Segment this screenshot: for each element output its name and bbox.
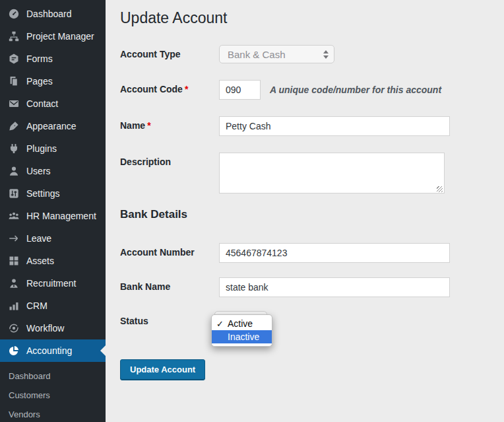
bank-name-label: Bank Name xyxy=(120,277,219,292)
name-input[interactable] xyxy=(219,116,450,136)
sidebar-item-forms[interactable]: Forms xyxy=(0,48,106,70)
sidebar-item-users[interactable]: Users xyxy=(0,160,106,182)
sidebar-item-label: Assets xyxy=(26,256,54,266)
bank-name-input[interactable] xyxy=(219,277,450,297)
sidebar-item-label: Appearance xyxy=(26,121,77,131)
bank-name-row: Bank Name xyxy=(120,277,504,297)
envelope-icon xyxy=(8,98,20,110)
required-asterisk: * xyxy=(185,84,188,94)
recruit-person-icon xyxy=(8,277,20,289)
required-asterisk: * xyxy=(147,120,150,131)
hexagon-form-icon xyxy=(8,53,20,65)
sidebar-item-label: Settings xyxy=(26,188,60,199)
status-option-label: Inactive xyxy=(228,332,259,342)
dashboard-icon xyxy=(8,8,20,20)
pie-chart-icon xyxy=(8,345,20,357)
sidebar-item-label: Leave xyxy=(26,233,51,244)
description-row: Description xyxy=(120,153,504,196)
sidebar-item-pages[interactable]: Pages xyxy=(0,70,106,92)
sidebar-item-assets[interactable]: Assets xyxy=(0,250,106,272)
sidebar-item-label: Workflow xyxy=(26,323,64,334)
sidebar-item-project-manager[interactable]: Project Manager xyxy=(0,25,106,48)
sidebar-item-workflow[interactable]: Workflow xyxy=(0,317,106,339)
account-type-value: Bank & Cash xyxy=(228,49,286,60)
arrow-right-icon xyxy=(8,232,20,244)
update-account-button[interactable]: Update Account xyxy=(120,359,205,380)
sidebar-item-label: Forms xyxy=(26,53,53,64)
account-number-input[interactable] xyxy=(219,243,450,263)
sidebar-item-dashboard[interactable]: Dashboard xyxy=(0,3,106,25)
sidebar-item-label: Contact xyxy=(26,98,58,109)
sidebar-item-crm[interactable]: CRM xyxy=(0,295,106,317)
status-option-active[interactable]: ✓ Active xyxy=(212,317,272,330)
sidebar-item-label: Accounting xyxy=(26,345,72,356)
account-number-label: Account Number xyxy=(120,243,219,258)
sidebar-item-label: Dashboard xyxy=(26,9,72,19)
user-icon xyxy=(8,165,20,177)
sidebar-item-accounting[interactable]: Accounting xyxy=(0,339,106,362)
sidebar-item-appearance[interactable]: Appearance xyxy=(0,115,106,137)
grid-icon xyxy=(8,255,20,267)
status-dropdown-menu: ✓ Active Inactive xyxy=(211,314,272,347)
name-row: Name* xyxy=(120,116,504,136)
account-code-label: Account Code* xyxy=(120,80,219,94)
sidebar-item-label: Pages xyxy=(26,76,53,87)
select-stepper-icon xyxy=(323,50,329,59)
sidebar-subitem-customers[interactable]: Customers xyxy=(0,386,106,405)
current-item-arrow xyxy=(100,345,106,356)
sidebar-subitem-dashboard[interactable]: Dashboard xyxy=(0,367,106,386)
plug-icon xyxy=(8,143,20,155)
people-group-icon xyxy=(8,210,20,222)
account-type-select[interactable]: Bank & Cash xyxy=(219,45,334,63)
account-code-input[interactable] xyxy=(219,80,261,100)
sitemap-icon xyxy=(8,30,20,42)
sliders-icon xyxy=(8,188,20,199)
sidebar-item-label: HR Management xyxy=(26,211,96,221)
brush-icon xyxy=(8,120,20,132)
bank-details-heading: Bank Details xyxy=(120,208,504,221)
page-title: Update Account xyxy=(120,9,504,27)
sidebar-item-plugins[interactable]: Plugins xyxy=(0,137,106,160)
sidebar-subitem-vendors[interactable]: Vendors xyxy=(0,405,106,422)
account-number-row: Account Number xyxy=(120,243,504,263)
sidebar-item-contact[interactable]: Contact xyxy=(0,92,106,115)
description-textarea[interactable] xyxy=(219,153,445,193)
account-code-row: Account Code* A unique code/number for t… xyxy=(120,80,504,100)
sidebar-item-leave[interactable]: Leave xyxy=(0,227,106,250)
pages-icon xyxy=(8,75,20,87)
bar-chart-icon xyxy=(8,300,20,312)
accounting-submenu: Dashboard Customers Vendors xyxy=(0,362,106,422)
main-content: Update Account Account Type Bank & Cash … xyxy=(106,0,504,422)
sidebar-item-recruitment[interactable]: Recruitment xyxy=(0,272,106,295)
name-label: Name* xyxy=(120,116,219,131)
status-option-label: Active xyxy=(228,318,253,329)
sidebar-item-label: Users xyxy=(26,166,51,176)
sidebar-item-label: Project Manager xyxy=(26,31,94,42)
admin-sidebar: Dashboard Project Manager Forms Pages Co… xyxy=(0,0,106,422)
check-icon: ✓ xyxy=(216,319,228,329)
sidebar-item-label: Recruitment xyxy=(26,278,76,289)
description-label: Description xyxy=(120,153,219,167)
sidebar-item-label: Plugins xyxy=(26,143,57,154)
account-type-label: Account Type xyxy=(120,45,219,59)
sidebar-item-hr-management[interactable]: HR Management xyxy=(0,205,106,227)
sidebar-item-settings[interactable]: Settings xyxy=(0,182,106,205)
account-code-help-text: A unique code/number for this account xyxy=(270,80,441,95)
status-row: Status ✓ Active Inactive xyxy=(120,312,504,330)
workflow-orbit-icon xyxy=(8,322,20,334)
status-label: Status xyxy=(120,312,219,326)
account-type-row: Account Type Bank & Cash xyxy=(120,45,504,63)
status-option-inactive[interactable]: Inactive xyxy=(212,330,272,343)
sidebar-item-label: CRM xyxy=(26,300,47,311)
